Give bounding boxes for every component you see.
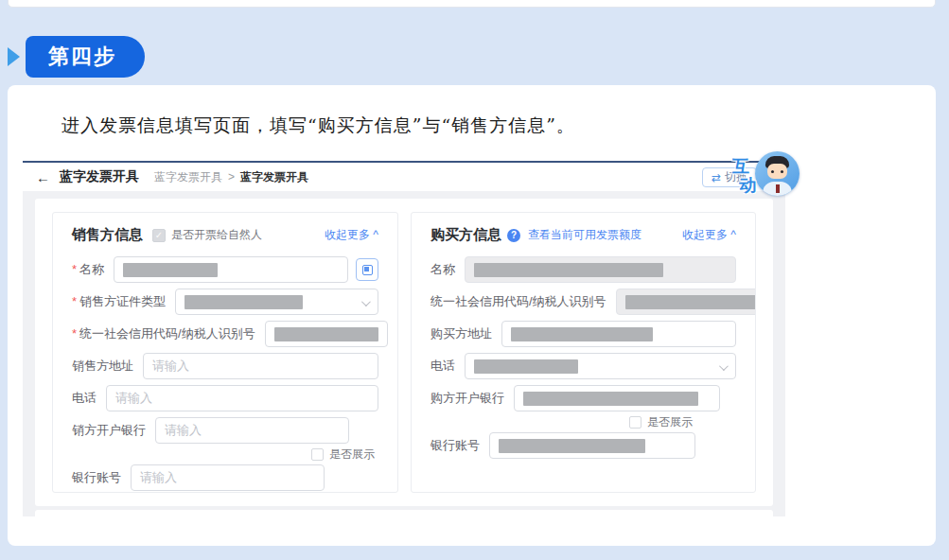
seller-bank-row: 销方开户银行 请输入 [72, 417, 378, 444]
redacted-value [499, 439, 645, 453]
redacted-value [123, 263, 218, 277]
app-header: ← 蓝字发票开具 蓝字发票开具 > 蓝字发票开具 ⇄ 切换 互 动 [23, 163, 785, 191]
breadcrumb-current: 蓝字发票开具 [240, 169, 308, 185]
step-badge: 第四步 [26, 36, 145, 78]
seller-tax-no-label: *统一社会信用代码/纳税人识别号 [72, 325, 255, 342]
seller-show-checkbox[interactable] [311, 448, 324, 461]
switch-icon: ⇄ [712, 171, 721, 184]
seller-address-row: 销售方地址 请输入 [72, 353, 378, 379]
seller-name-row: *名称 [72, 256, 378, 283]
interactive-widget-char-2[interactable]: 动 [739, 174, 756, 197]
redacted-value [511, 327, 653, 341]
buyer-address-input[interactable] [501, 321, 736, 347]
buyer-address-row: 购买方地址 [431, 321, 736, 347]
next-section-card [35, 510, 773, 519]
buyer-account-row: 银行账号 [431, 432, 736, 459]
seller-cert-type-select[interactable] [175, 289, 378, 315]
buyer-bank-input[interactable] [514, 385, 720, 411]
buyer-account-label: 银行账号 [431, 437, 480, 454]
buyer-name-row: 名称 [431, 256, 736, 283]
chevron-down-icon [361, 297, 371, 306]
seller-address-input[interactable]: 请输入 [143, 353, 378, 379]
natural-person-checkbox[interactable]: ✓ [152, 229, 166, 242]
buyer-info-panel: 购买方信息 ? 查看当前可用发票额度 收起更多 ^ 名称 统一社会信用代码/纳税… [411, 212, 756, 493]
redacted-value [625, 295, 756, 309]
buyer-phone-label: 电话 [431, 358, 455, 375]
seller-account-input[interactable]: 请输入 [131, 464, 325, 491]
buyer-collapse-link[interactable]: 收起更多 ^ [682, 227, 736, 243]
help-icon[interactable]: ? [507, 229, 520, 242]
buyer-show-row: 是否展示 [431, 415, 693, 429]
buyer-bank-label: 购方开户银行 [431, 390, 504, 407]
buyer-tax-no-input [616, 289, 756, 315]
previous-card-bottom [8, 0, 936, 8]
mascot-avatar[interactable] [755, 151, 800, 196]
seller-name-label: *名称 [72, 261, 104, 278]
seller-show-row: 是否展示 [72, 447, 375, 461]
seller-collapse-link[interactable]: 收起更多 ^ [325, 227, 378, 243]
app-content: 销售方信息 ✓ 是否开票给自然人 收起更多 ^ *名称 *销售方证件类型 [23, 191, 785, 519]
buyer-tax-no-label: 统一社会信用代码/纳税人识别号 [431, 293, 606, 310]
redacted-value [185, 295, 303, 309]
seller-bank-input[interactable]: 请输入 [155, 417, 349, 444]
buyer-phone-row: 电话 [431, 353, 736, 379]
mascot-face [767, 164, 787, 179]
name-picker-button[interactable] [356, 258, 378, 281]
invoice-form-card: 销售方信息 ✓ 是否开票给自然人 收起更多 ^ *名称 *销售方证件类型 [35, 199, 773, 506]
buyer-show-label: 是否展示 [647, 414, 693, 430]
buyer-bank-row: 购方开户银行 [431, 385, 736, 411]
seller-info-panel: 销售方信息 ✓ 是否开票给自然人 收起更多 ^ *名称 *销售方证件类型 [52, 212, 398, 493]
page-title: 蓝字发票开具 [60, 168, 139, 185]
seller-phone-row: 电话 请输入 [72, 385, 378, 411]
redacted-value [274, 327, 378, 341]
page: 第四步 进入发票信息填写页面，填写“购买方信息”与“销售方信息”。 ← 蓝字发票… [0, 0, 949, 560]
seller-show-label: 是否展示 [329, 446, 375, 463]
redacted-value [523, 392, 698, 406]
back-icon[interactable]: ← [36, 169, 50, 185]
breadcrumb: 蓝字发票开具 > 蓝字发票开具 [154, 169, 308, 185]
buyer-phone-select[interactable] [465, 353, 736, 379]
buyer-address-label: 购买方地址 [431, 325, 492, 342]
seller-account-row: 银行账号 请输入 [72, 464, 378, 491]
buyer-tax-no-row: 统一社会信用代码/纳税人识别号 [431, 289, 736, 315]
app-screenshot: ← 蓝字发票开具 蓝字发票开具 > 蓝字发票开具 ⇄ 切换 互 动 [23, 161, 785, 516]
natural-person-label: 是否开票给自然人 [171, 227, 262, 243]
seller-name-input[interactable] [114, 256, 348, 283]
buyer-show-checkbox[interactable] [629, 416, 641, 429]
buyer-title: 购买方信息 [431, 226, 501, 244]
seller-tax-no-input[interactable] [265, 321, 388, 347]
seller-title: 销售方信息 [72, 226, 143, 244]
breadcrumb-parent[interactable]: 蓝字发票开具 [154, 169, 222, 185]
quota-link[interactable]: 查看当前可用发票额度 [528, 227, 641, 243]
seller-cert-type-label: *销售方证件类型 [72, 293, 166, 310]
buyer-account-input[interactable] [489, 432, 695, 459]
chevron-down-icon [719, 361, 729, 371]
seller-account-label: 银行账号 [72, 469, 121, 486]
instruction-text: 进入发票信息填写页面，填写“购买方信息”与“销售方信息”。 [62, 114, 575, 138]
breadcrumb-separator: > [228, 170, 235, 184]
redacted-value [474, 263, 663, 277]
step-arrow-icon [8, 47, 20, 66]
mascot-body [763, 182, 792, 196]
redacted-value [474, 359, 578, 374]
seller-cert-type-row: *销售方证件类型 [72, 289, 378, 315]
buyer-name-label: 名称 [431, 261, 455, 278]
seller-tax-no-row: *统一社会信用代码/纳税人识别号 [72, 321, 378, 347]
seller-phone-label: 电话 [72, 390, 97, 407]
picker-icon [362, 265, 373, 275]
seller-address-label: 销售方地址 [72, 358, 133, 375]
buyer-name-input [465, 256, 736, 283]
seller-phone-input[interactable]: 请输入 [106, 385, 378, 411]
seller-bank-label: 销方开户银行 [72, 422, 146, 439]
tutorial-card: 进入发票信息填写页面，填写“购买方信息”与“销售方信息”。 ← 蓝字发票开具 蓝… [8, 85, 936, 546]
seller-panel-header: 销售方信息 ✓ 是否开票给自然人 收起更多 ^ [72, 225, 378, 245]
buyer-panel-header: 购买方信息 ? 查看当前可用发票额度 收起更多 ^ [431, 225, 736, 245]
